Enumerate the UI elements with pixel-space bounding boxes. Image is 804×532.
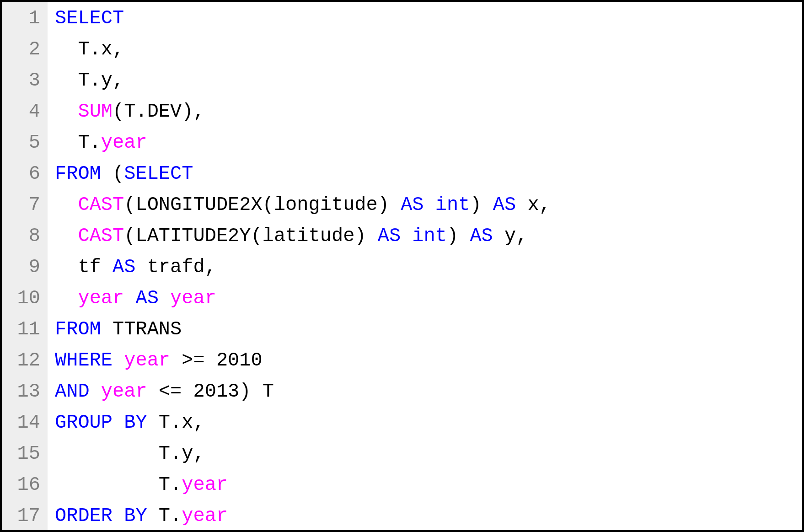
code-token: tf — [55, 256, 113, 278]
code-token: year — [78, 287, 124, 309]
line-number: 13 — [5, 376, 40, 407]
code-token: SUM — [78, 101, 113, 123]
line-number: 4 — [5, 96, 40, 127]
code-line: AND year <= 2013) T — [55, 376, 802, 407]
code-token: ORDER BY — [55, 505, 147, 527]
code-token: (LONGITUDE2X(longitude) — [124, 194, 401, 216]
code-token: T. — [147, 505, 182, 527]
code-token: >= 2010 — [170, 349, 263, 371]
line-number: 15 — [5, 438, 40, 469]
code-token: GROUP BY — [55, 412, 147, 434]
code-token: y, — [493, 225, 528, 247]
code-token: <= 2013) T — [147, 381, 274, 403]
line-number: 2 — [5, 34, 40, 65]
code-token: year — [182, 505, 228, 527]
line-number: 16 — [5, 469, 40, 500]
line-number: 7 — [5, 189, 40, 220]
code-line: tf AS trafd, — [55, 252, 802, 283]
code-token: FROM — [55, 318, 101, 340]
code-line: SELECT — [55, 3, 802, 34]
line-number: 17 — [5, 500, 40, 532]
code-token: year — [170, 287, 216, 309]
code-token — [55, 101, 78, 123]
code-line: GROUP BY T.x, — [55, 407, 802, 438]
code-editor: 1234567891011121314151617 SELECT T.x, T.… — [0, 0, 804, 532]
code-line: year AS year — [55, 283, 802, 314]
code-token: ( — [101, 163, 124, 185]
code-token — [124, 287, 135, 309]
code-token: WHERE — [55, 349, 113, 371]
code-token: T.x, — [147, 412, 205, 434]
code-token: T.y, — [55, 70, 124, 91]
code-token: SELECT — [124, 163, 193, 185]
line-number: 8 — [5, 220, 40, 252]
line-number: 10 — [5, 283, 40, 314]
line-number: 12 — [5, 345, 40, 376]
code-token — [159, 287, 170, 309]
code-token — [55, 225, 78, 247]
code-token: AS — [493, 194, 516, 216]
code-line: SUM(T.DEV), — [55, 96, 802, 127]
code-token: AS — [135, 287, 158, 309]
code-token: AS — [470, 225, 493, 247]
code-line: FROM (SELECT — [55, 158, 802, 189]
code-token: T. — [55, 474, 182, 496]
code-token: (LATITUDE2Y(latitude) — [124, 225, 378, 247]
code-token: year — [124, 349, 170, 371]
code-token: x, — [516, 194, 551, 216]
code-line: WHERE year >= 2010 — [55, 345, 802, 376]
code-line: T.x, — [55, 34, 802, 65]
code-token: FROM — [55, 163, 101, 185]
code-token: trafd, — [135, 256, 216, 278]
line-number: 5 — [5, 127, 40, 158]
code-line: T.y, — [55, 65, 802, 96]
code-token — [113, 349, 124, 371]
code-token: AS int — [401, 194, 470, 216]
line-number: 14 — [5, 407, 40, 438]
code-line: CAST(LATITUDE2Y(latitude) AS int) AS y, — [55, 220, 802, 252]
code-line: CAST(LONGITUDE2X(longitude) AS int) AS x… — [55, 189, 802, 220]
code-token: T. — [55, 132, 101, 154]
code-line: T.year — [55, 469, 802, 500]
code-token: CAST — [78, 194, 124, 216]
code-token — [55, 194, 78, 216]
code-token — [90, 381, 101, 403]
code-token: TTRANS — [101, 318, 182, 340]
line-number: 9 — [5, 252, 40, 283]
code-token: (T.DEV), — [113, 101, 205, 123]
code-token: T.x, — [55, 38, 124, 60]
code-content[interactable]: SELECT T.x, T.y, SUM(T.DEV), T.yearFROM … — [48, 2, 802, 530]
code-line: T.year — [55, 127, 802, 158]
code-token: CAST — [78, 225, 124, 247]
code-token: year — [101, 132, 147, 154]
code-token: AS — [113, 256, 135, 278]
code-token: ) — [447, 225, 470, 247]
line-number: 6 — [5, 158, 40, 189]
code-line: ORDER BY T.year — [55, 500, 802, 530]
line-number: 3 — [5, 65, 40, 96]
line-number: 11 — [5, 314, 40, 345]
code-line: T.y, — [55, 438, 802, 469]
code-token: T.y, — [55, 443, 205, 465]
code-line: FROM TTRANS — [55, 314, 802, 345]
line-number: 1 — [5, 3, 40, 34]
code-token: year — [101, 381, 147, 403]
code-token — [55, 287, 78, 309]
line-number-gutter: 1234567891011121314151617 — [2, 2, 48, 530]
code-token: AND — [55, 381, 90, 403]
code-token: year — [182, 474, 228, 496]
code-token: AS int — [378, 225, 447, 247]
code-token: SELECT — [55, 7, 124, 29]
code-token: ) — [470, 194, 493, 216]
